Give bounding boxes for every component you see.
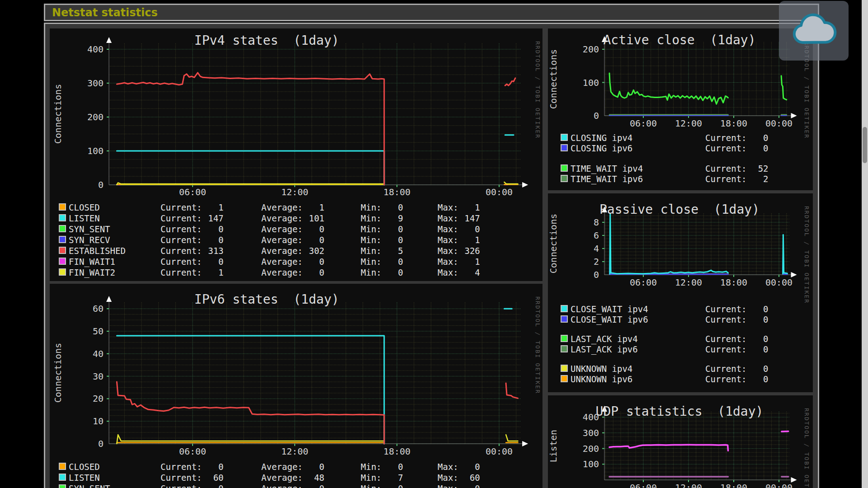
x-tick: 06:00 (179, 187, 206, 197)
y-tick: 100 (583, 459, 599, 469)
legend-stat-value: 1 (458, 202, 480, 212)
y-tick: 40 (93, 348, 104, 359)
legend-stat: Current:60 (160, 473, 224, 483)
legend-row-closing-ipv4: CLOSING ipv4Current:0 (548, 133, 813, 142)
series-time_wait-ipv4 (781, 76, 787, 100)
series-established (117, 382, 384, 444)
legend-swatch (59, 463, 66, 470)
legend-row-closed: CLOSEDCurrent:1Average:1Min:0Max:1 (50, 202, 542, 211)
graph-ipv4: 010020030040006:0012:0018:0000:00IPv4 st… (50, 28, 542, 281)
legend-stat-value: 0 (382, 462, 403, 472)
legend-stat: Min:0 (361, 257, 403, 267)
x-tick: 06:00 (179, 446, 206, 457)
legend-stat-value: 0 (747, 133, 769, 143)
legend-stat: Min:0 (361, 202, 403, 212)
legend-stat: Current:1 (160, 202, 224, 212)
y-tick: 0 (98, 438, 104, 449)
graph-udp: 10020030040006:0012:0018:0000:00UDP stat… (548, 395, 813, 488)
y-tick: 2 (594, 256, 599, 267)
x-tick: 12:00 (281, 187, 308, 197)
legend-stat: Average:101 (261, 213, 325, 223)
y-tick: 200 (583, 44, 599, 55)
rrdtool-watermark: RRDTOOL / TOBI OETIKER (534, 296, 541, 394)
legend-swatch (561, 365, 568, 372)
legend-label: UNKNOWN ipv6 (571, 374, 632, 384)
legend-stat-value: 326 (458, 246, 480, 256)
legend-swatch (561, 345, 568, 352)
y-tick: 100 (87, 145, 104, 156)
legend-swatch (561, 175, 568, 182)
legend-swatch (561, 375, 568, 382)
legend-stat: Current:0 (705, 304, 769, 314)
series-fin_wait2 (504, 182, 518, 184)
legend-stat: Average:0 (261, 462, 325, 472)
legend-stat: Current:0 (160, 257, 224, 267)
y-tick: 8 (594, 217, 599, 228)
x-tick: 18:00 (720, 118, 747, 129)
legend-label: CLOSING ipv6 (571, 143, 632, 153)
legend-stat: Max:0 (438, 483, 480, 488)
legend-swatch (59, 474, 66, 481)
legend-stat-value: 0 (747, 314, 769, 324)
y-tick: 0 (98, 179, 104, 190)
series-time_wait-ipv4 (609, 73, 728, 104)
scrollbar-track[interactable] (862, 0, 868, 488)
legend-stat: Average:0 (261, 267, 325, 277)
legend-stat-value: 313 (202, 246, 224, 256)
legend-stat: Current:52 (705, 164, 769, 174)
legend-label: FIN_WAIT1 (69, 257, 115, 267)
legend-label: SYN_SENT (69, 483, 110, 488)
legend-stat-value: 0 (202, 257, 224, 267)
legend-stat: Current:0 (705, 364, 769, 374)
legend-stat-value: 0 (303, 462, 325, 472)
legend-swatch (59, 236, 66, 243)
legend-stat-value: 0 (747, 374, 769, 384)
legend-stat: Current:1 (160, 267, 224, 277)
legend-stat-value: 1 (458, 235, 480, 245)
legend-row-closing-ipv6: CLOSING ipv6Current:0 (548, 143, 813, 152)
legend-swatch (59, 225, 66, 232)
legend-row-listen: LISTENCurrent:60Average:48Min:7Max:60 (50, 473, 542, 482)
legend-stat: Min:9 (361, 213, 403, 223)
legend-row-last_ack-ipv6: LAST_ACK ipv6Current:0 (548, 344, 813, 353)
cloud-overlay[interactable] (779, 1, 849, 61)
legend-stat-value: 1 (202, 267, 224, 277)
graph-title-udp: UDP statistics (1day) (596, 404, 764, 419)
legend-label: UNKNOWN ipv4 (571, 364, 632, 374)
rrdtool-watermark: RRDTOOL / TOBI OETIKER (534, 41, 541, 139)
graph-title-ipv4: IPv4 states (1day) (194, 33, 339, 48)
y-tick: 400 (87, 44, 104, 55)
legend-swatch (59, 214, 66, 221)
legend-stat: Current:0 (160, 235, 224, 245)
y-axis-label: Listen (548, 429, 559, 462)
legend-stat: Current:0 (160, 483, 224, 488)
y-axis-label: Connections (548, 214, 559, 273)
legend-stat: Min:0 (361, 224, 403, 234)
y-tick: 10 (93, 416, 104, 427)
legend-label: CLOSE_WAIT ipv4 (571, 304, 648, 314)
legend-stat-value: 1 (303, 202, 325, 212)
y-tick: 6 (594, 230, 599, 241)
x-tick: 06:00 (630, 482, 657, 488)
legend-stat-value: 101 (303, 213, 325, 223)
y-tick: 20 (93, 393, 104, 404)
legend-stat: Average:0 (261, 235, 325, 245)
legend-swatch (59, 258, 66, 265)
legend-swatch (59, 484, 66, 488)
scrollbar-thumb[interactable] (863, 127, 867, 163)
x-tick: 06:00 (630, 277, 657, 288)
y-tick: 100 (583, 77, 599, 88)
legend-row-unknown-ipv4: UNKNOWN ipv4Current:0 (548, 364, 813, 373)
legend-stat: Average:0 (261, 224, 325, 234)
legend-swatch (561, 144, 568, 151)
legend-label: SYN_SENT (69, 224, 110, 234)
legend-stat-value: 0 (382, 267, 403, 277)
legend-stat-value: 0 (303, 483, 325, 488)
legend-stat-value: 4 (458, 267, 480, 277)
legend-stat-value: 147 (458, 213, 480, 223)
legend-stat-value: 0 (382, 235, 403, 245)
x-tick: 00:00 (486, 446, 513, 457)
legend-label: CLOSED (69, 462, 100, 472)
legend-stat: Max:1 (438, 257, 480, 267)
legend-stat: Current:0 (705, 374, 769, 384)
